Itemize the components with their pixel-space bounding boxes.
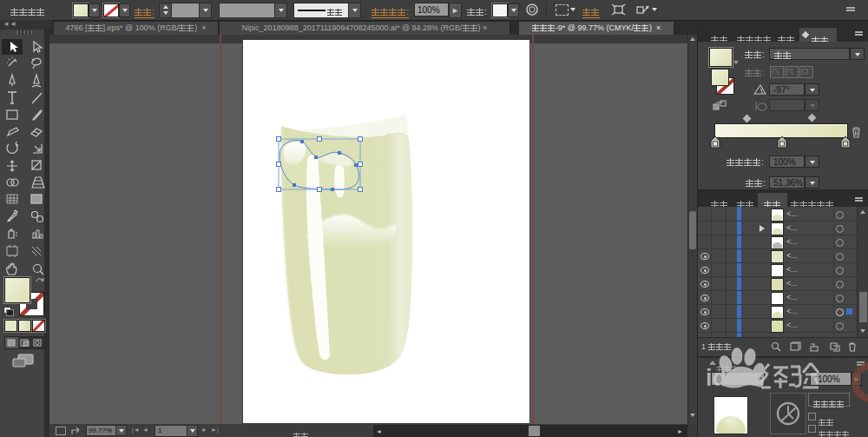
svg-text:idu: idu bbox=[706, 365, 741, 391]
